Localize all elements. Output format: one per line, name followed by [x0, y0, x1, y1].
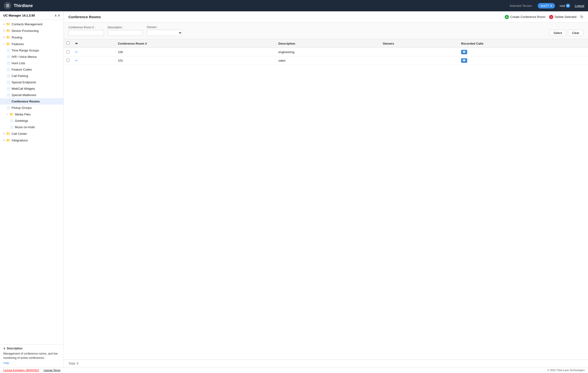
sidebar-label-greetings: Greetings — [15, 119, 28, 123]
description-filter-group: Description : — [108, 26, 143, 36]
page-icon: 📄 — [7, 49, 10, 52]
sidebar-label-routing: Routing — [11, 36, 22, 39]
sidebar-label-conference-rooms: Conference Rooms — [11, 100, 40, 103]
sidebar-item-hunt-lists[interactable]: 📄 Hunt Lists — [0, 60, 63, 66]
sidebar-item-device-provisioning[interactable]: + 📁 Device Provisioning — [0, 27, 63, 34]
collapse-down-icon[interactable]: ∨ — [58, 14, 60, 17]
logout-button[interactable]: Logout — [575, 4, 584, 8]
bottom-bar-left: License Expiration: 09/04/2023 License T… — [3, 369, 60, 372]
sidebar-item-integrations[interactable]: + 📁 Integrations — [0, 137, 63, 144]
sidebar-item-pickup-groups[interactable]: 📄 Pickup Groups — [0, 105, 63, 111]
sidebar-item-greetings[interactable]: 📄 Greetings — [0, 117, 63, 124]
hamburger-menu[interactable]: ☰ — [4, 2, 11, 10]
app-title: Thirdlane — [14, 3, 33, 8]
help-link[interactable]: Help — [3, 362, 9, 365]
sidebar-label-hunt-lists: Hunt Lists — [11, 61, 25, 65]
license-expiration[interactable]: License Expiration: 09/04/2023 — [3, 369, 39, 372]
select-all-checkbox[interactable] — [66, 42, 70, 45]
sidebar-item-routing[interactable]: + 📁 Routing — [0, 34, 63, 41]
tenant-value: test77 — [541, 4, 549, 8]
delete-selected-button[interactable]: − Delete Selected — [549, 15, 577, 19]
select-button[interactable]: Select — [549, 30, 566, 36]
chevron-down-icon: ∨ — [3, 347, 5, 350]
sidebar-item-features[interactable]: − 📁 Features — [0, 41, 63, 47]
sidebar-item-call-parking[interactable]: 📄 Call Parking — [0, 73, 63, 79]
filter-bar: Conference Room # : Description : Owners… — [64, 23, 588, 39]
license-terms-link[interactable]: License Terms — [44, 369, 60, 372]
page-icon: 📄 — [7, 100, 10, 103]
sidebar-item-special-mailboxes[interactable]: 📄 Special Mailboxes — [0, 92, 63, 98]
sidebar-version: UC Manager 14.1.3.50 — [3, 14, 35, 17]
row-edit-cell[interactable]: ✏ — [73, 56, 115, 65]
sidebar-item-conference-rooms[interactable]: 📄 Conference Rooms — [0, 98, 63, 105]
refresh-button[interactable]: ↻ — [580, 15, 583, 19]
owners-filter-group: Owners : — [147, 25, 182, 36]
description-section-toggle[interactable]: ∨ Description — [3, 347, 60, 350]
total-count: Total: 0 — [68, 362, 78, 365]
tenant-selector[interactable]: test77 ▾ — [538, 3, 555, 9]
row-recorded-calls[interactable]: 💬 — [458, 48, 588, 56]
sidebar-item-time-range-groups[interactable]: 📄 Time Range Groups — [0, 47, 63, 53]
edit-icon[interactable]: ✏ — [75, 50, 78, 54]
clear-button[interactable]: Clear — [568, 30, 583, 36]
row-checkbox[interactable] — [66, 50, 70, 53]
row-edit-cell[interactable]: ✏ — [73, 48, 115, 56]
expand-icon: − — [3, 43, 5, 45]
room-number-input[interactable] — [68, 30, 104, 36]
row-owners — [380, 48, 458, 56]
user-name: root — [560, 4, 565, 8]
row-checkbox[interactable] — [66, 59, 70, 62]
sidebar-label-contacts-management: Contacts Management — [11, 22, 42, 26]
sidebar-item-feature-codes[interactable]: 📄 Feature Codes — [0, 66, 63, 73]
page-icon: 📄 — [10, 119, 13, 123]
folder-icon: 📁 — [6, 29, 10, 32]
create-label: Create Conference Room — [510, 15, 545, 19]
header-room-number: Conference Room # — [115, 39, 276, 48]
sidebar-collapse-buttons[interactable]: ∧ ∨ — [54, 14, 60, 17]
edit-icon[interactable]: ✏ — [75, 59, 78, 62]
expand-icon: − — [7, 113, 8, 116]
content-area: Conference Rooms + Create Conference Roo… — [64, 11, 588, 367]
content-header: Conference Rooms + Create Conference Roo… — [64, 11, 588, 23]
filter-actions: Select Clear — [549, 30, 583, 36]
sidebar-label-time-range-groups: Time Range Groups — [11, 49, 39, 52]
create-conference-room-button[interactable]: + Create Conference Room — [505, 15, 545, 19]
sidebar-item-ivr-voice-menus[interactable]: 📄 IVR / Voice Menus — [0, 53, 63, 60]
recorded-calls-icon[interactable]: 💬 — [461, 50, 467, 54]
expand-icon: + — [3, 29, 5, 32]
sidebar-item-special-endpoints[interactable]: 📄 Special Endpoints — [0, 79, 63, 85]
row-checkbox-cell[interactable] — [64, 48, 73, 56]
row-description: engineering — [276, 48, 380, 56]
header-select-all[interactable] — [64, 39, 73, 48]
collapse-up-icon[interactable]: ∧ — [54, 14, 57, 17]
owners-filter-select[interactable] — [147, 30, 182, 36]
content-actions: + Create Conference Room − Delete Select… — [505, 15, 583, 19]
sidebar-item-call-center[interactable]: + 📁 Call Center — [0, 130, 63, 137]
sidebar-item-contacts-management[interactable]: + 📁 Contacts Management — [0, 21, 63, 27]
expand-icon: + — [3, 36, 5, 39]
folder-icon: 📁 — [10, 112, 13, 116]
sidebar-label-special-endpoints: Special Endpoints — [11, 81, 36, 84]
page-title: Conference Rooms — [68, 15, 101, 19]
header-description: Description — [276, 39, 380, 48]
table-row: ✏ 100 engineering 💬 — [64, 48, 588, 56]
recorded-calls-icon[interactable]: 💬 — [461, 58, 467, 63]
main-layout: UC Manager 14.1.3.50 ∧ ∨ + 📁 Contacts Ma… — [0, 11, 588, 367]
row-room-number: 100 — [115, 48, 276, 56]
user-badge: root ✱ — [560, 3, 570, 8]
topbar: ☰ Thirdlane Selected Tenant : test77 ▾ r… — [0, 0, 588, 11]
sidebar-item-webcall-widgets[interactable]: 📄 WebCall Widgets — [0, 85, 63, 92]
page-icon: 📄 — [7, 94, 10, 97]
plus-icon: + — [505, 15, 509, 19]
sidebar-item-media-files[interactable]: − 📁 Media Files — [0, 111, 63, 117]
row-recorded-calls[interactable]: 💬 — [458, 56, 588, 65]
header-edit: ✏ — [73, 39, 115, 48]
edit-header-icon: ✏ — [75, 42, 78, 45]
sidebar-label-ivr-voice-menus: IVR / Voice Menus — [11, 55, 37, 59]
description-filter-input[interactable] — [108, 30, 143, 36]
sidebar-item-music-on-hold[interactable]: 📄 Music-on-Hold — [0, 124, 63, 130]
row-checkbox-cell[interactable] — [64, 56, 73, 65]
folder-icon: 📁 — [6, 22, 10, 26]
table-header-row: ✏ Conference Room # Description Owners R — [64, 39, 588, 48]
logo-area: ☰ Thirdlane — [4, 2, 509, 10]
